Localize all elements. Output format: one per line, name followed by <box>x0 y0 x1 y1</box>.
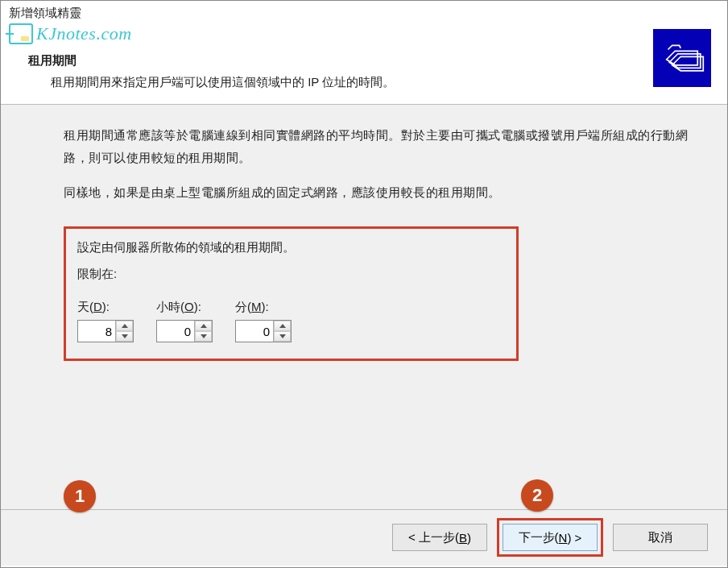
days-label: 天(D): <box>77 300 134 315</box>
window-title: 新增領域精靈 <box>1 1 727 21</box>
hours-down-button[interactable] <box>195 331 212 342</box>
days-up-button[interactable] <box>116 321 133 331</box>
back-button[interactable]: < 上一步(B) <box>392 524 487 551</box>
limit-label: 限制在: <box>77 267 505 282</box>
wizard-footer: < 上一步(B) 下一步(N) > 取消 <box>1 509 727 566</box>
days-down-button[interactable] <box>116 331 133 342</box>
header-subtitle: 租用期間用來指定用戶端可以使用這個領域中的 IP 位址的時間。 <box>51 72 653 93</box>
hours-group: 小時(O): <box>156 300 213 342</box>
next-button-highlight: 下一步(N) > <box>497 518 603 557</box>
description-1: 租用期間通常應該等於電腦連線到相同實體網路的平均時間。對於主要由可攜式電腦或撥號… <box>64 124 695 170</box>
hours-up-button[interactable] <box>195 321 212 331</box>
days-input[interactable] <box>78 321 115 342</box>
cancel-button[interactable]: 取消 <box>613 524 708 551</box>
hours-spinner[interactable] <box>156 320 213 342</box>
days-group: 天(D): <box>77 300 134 342</box>
next-button[interactable]: 下一步(N) > <box>503 524 598 551</box>
folder-stack-icon <box>653 29 711 87</box>
setting-label: 設定由伺服器所散佈的領域的租用期間。 <box>77 240 505 255</box>
header-title: 租用期間 <box>28 53 653 68</box>
minutes-input[interactable] <box>236 321 273 342</box>
hours-label: 小時(O): <box>156 300 213 315</box>
annotation-callout-2: 2 <box>521 479 553 512</box>
hours-input[interactable] <box>157 321 194 342</box>
days-spinner[interactable] <box>77 320 134 342</box>
wizard-header: 租用期間 租用期間用來指定用戶端可以使用這個領域中的 IP 位址的時間。 <box>1 21 727 105</box>
minutes-down-button[interactable] <box>274 331 291 342</box>
wizard-body: 租用期間通常應該等於電腦連線到相同實體網路的平均時間。對於主要由可攜式電腦或撥號… <box>1 105 727 509</box>
minutes-label: 分(M): <box>235 300 292 315</box>
annotation-callout-1: 1 <box>64 480 96 512</box>
lease-duration-highlight: 設定由伺服器所散佈的領域的租用期間。 限制在: 天(D): 小時(O): <box>64 226 519 361</box>
description-2: 同樣地，如果是由桌上型電腦所組成的固定式網路，應該使用較長的租用期間。 <box>64 181 695 205</box>
minutes-group: 分(M): <box>235 300 292 342</box>
minutes-up-button[interactable] <box>274 321 291 331</box>
minutes-spinner[interactable] <box>235 320 292 342</box>
